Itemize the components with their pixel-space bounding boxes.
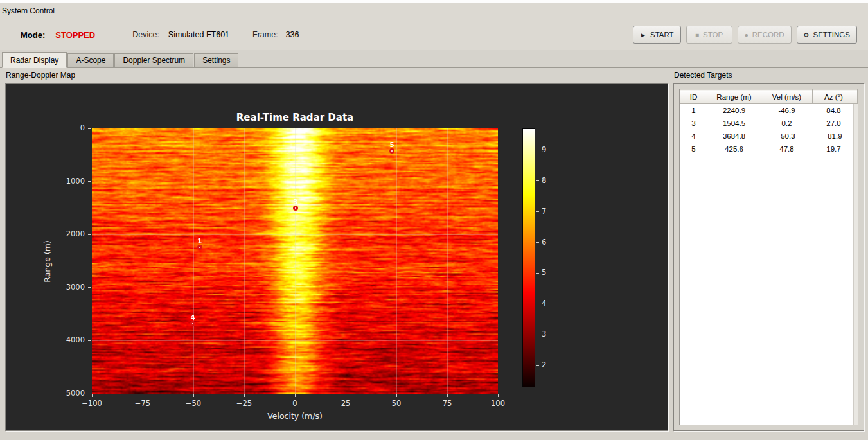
colorbar-tick-label: 6 [542, 238, 546, 247]
mode-value: STOPPED [55, 30, 95, 40]
control-bar: Mode: STOPPED Device: Simulated FT601 Fr… [0, 19, 868, 50]
target-marker[interactable]: 1 [197, 245, 202, 250]
menu-file[interactable]: File [1, 0, 25, 1]
content-area: Range-Doppler Map Real-Time Radar Data R… [0, 68, 868, 431]
gear-icon: ⚙ [804, 31, 810, 39]
colorbar-tick-mark [536, 242, 539, 243]
tab-doppler-spectrum[interactable]: Doppler Spectrum [114, 53, 193, 67]
frame-value: 336 [286, 30, 299, 39]
x-tick-label: 25 [330, 399, 362, 408]
x-tick-label: −100 [76, 399, 108, 408]
detected-targets-label: Detected Targets [674, 71, 864, 81]
detected-targets-panel: ID Range (m) Vel (m/s) Az (°) 12240.9-46… [673, 83, 864, 431]
targets-table-container: ID Range (m) Vel (m/s) Az (°) 12240.9-46… [679, 89, 858, 425]
play-icon: ► [640, 31, 646, 39]
colorbar-tick-mark [536, 180, 539, 181]
colorbar-tick-label: 9 [542, 145, 546, 154]
record-button[interactable]: ● RECORD [738, 26, 792, 44]
column-header-range[interactable]: Range (m) [707, 90, 761, 104]
table-cell: 0.2 [761, 117, 813, 130]
table-cell: 4 [680, 130, 707, 143]
target-marker[interactable]: 4 [190, 321, 195, 326]
colorbar-tick-mark [536, 335, 539, 335]
stop-icon: ■ [695, 31, 699, 39]
menu-view[interactable]: View [25, 0, 53, 1]
tab-radar-display[interactable]: Radar Display [2, 52, 67, 68]
stop-button[interactable]: ■ STOP [686, 26, 732, 44]
table-cell: 1 [680, 104, 707, 117]
table-cell: 3 [680, 117, 707, 130]
colorbar-tick-label: 4 [542, 299, 546, 308]
target-marker[interactable]: 5 [389, 148, 394, 154]
button-group: ► START ■ STOP ● RECORD ⚙ SETTINGS [633, 26, 857, 44]
target-marker-label: 5 [390, 141, 394, 148]
colorbar-tick-mark [536, 273, 539, 274]
start-button[interactable]: ► START [633, 26, 681, 44]
colorbar-tick-label: 5 [542, 268, 546, 277]
y-tick-mark [88, 181, 91, 182]
table-cell: -50.3 [761, 130, 813, 143]
column-header-vel[interactable]: Vel (m/s) [761, 90, 813, 104]
device-value: Simulated FT601 [168, 30, 229, 39]
table-header-row: ID Range (m) Vel (m/s) Az (°) [680, 90, 858, 104]
menu-help[interactable]: Help [83, 0, 111, 1]
colorbar-tick-mark [536, 150, 539, 150]
column-header-az[interactable]: Az (°) [813, 90, 855, 104]
table-cell: 2240.9 [707, 104, 761, 117]
y-tick-label: 2000 [49, 229, 85, 238]
y-tick-label: 4000 [49, 335, 85, 344]
y-tick-label: 3000 [49, 283, 85, 292]
colorbar-tick-label: 2 [542, 360, 546, 369]
tab-a-scope[interactable]: A-Scope [67, 53, 114, 67]
table-cell: 1504.5 [707, 117, 761, 130]
x-tick-mark [447, 394, 448, 397]
range-doppler-map-label: Range-Doppler Map [6, 71, 668, 81]
column-header-id[interactable]: ID [680, 90, 707, 104]
table-row[interactable]: 5425.647.819.7 [680, 143, 858, 155]
settings-button[interactable]: ⚙ SETTINGS [797, 26, 857, 44]
y-tick-label: 5000 [49, 389, 85, 398]
targets-table: ID Range (m) Vel (m/s) Az (°) 12240.9-46… [680, 89, 858, 155]
menu-tools[interactable]: Tools [53, 0, 83, 1]
target-marker-label: 3 [293, 198, 297, 206]
table-row[interactable]: 43684.8-50.3-81.9 [680, 130, 858, 143]
frame-label: Frame: [252, 30, 278, 39]
x-tick-label: 50 [380, 399, 412, 408]
tab-bar: Radar Display A-Scope Doppler Spectrum S… [0, 53, 868, 68]
x-tick-label: 75 [431, 399, 463, 408]
y-tick-mark [88, 128, 91, 129]
x-tick-mark [295, 394, 296, 397]
colorbar-tick-mark [536, 211, 539, 212]
table-cell: 19.7 [813, 143, 855, 155]
record-icon: ● [745, 31, 748, 39]
x-tick-mark [346, 394, 346, 397]
colorbar-tick-mark [536, 304, 539, 304]
y-tick-mark [88, 340, 91, 341]
table-cell: -46.9 [761, 104, 813, 117]
column-header-filler [855, 90, 858, 104]
table-row[interactable]: 12240.9-46.984.8 [680, 104, 858, 117]
y-tick-mark [88, 234, 91, 235]
table-scrollbar[interactable] [853, 104, 858, 425]
table-row[interactable]: 31504.50.227.0 [680, 117, 858, 130]
x-tick-mark [92, 394, 93, 397]
colorbar-tick-label: 3 [542, 330, 546, 339]
target-marker[interactable]: 3 [293, 206, 298, 211]
table-cell: 3684.8 [707, 130, 761, 143]
colorbar-tick-mark [536, 365, 539, 366]
table-cell: 425.6 [707, 143, 761, 155]
x-tick-label: −50 [177, 399, 209, 408]
table-cell: 27.0 [813, 117, 855, 130]
colorbar-tick-label: 8 [542, 176, 546, 185]
y-axis-label: Range (m) [42, 240, 52, 283]
x-tick-label: −25 [228, 399, 260, 408]
x-tick-mark [396, 394, 397, 397]
x-tick-mark [143, 394, 143, 397]
plot-title: Real-Time Radar Data [92, 112, 498, 123]
x-tick-label: 0 [279, 399, 311, 408]
target-marker-label: 4 [191, 314, 195, 321]
mode-label: Mode: [21, 30, 45, 40]
tab-settings[interactable]: Settings [194, 53, 238, 67]
targets-table-body: 12240.9-46.984.831504.50.227.043684.8-50… [680, 104, 858, 155]
colorbar [522, 128, 535, 387]
